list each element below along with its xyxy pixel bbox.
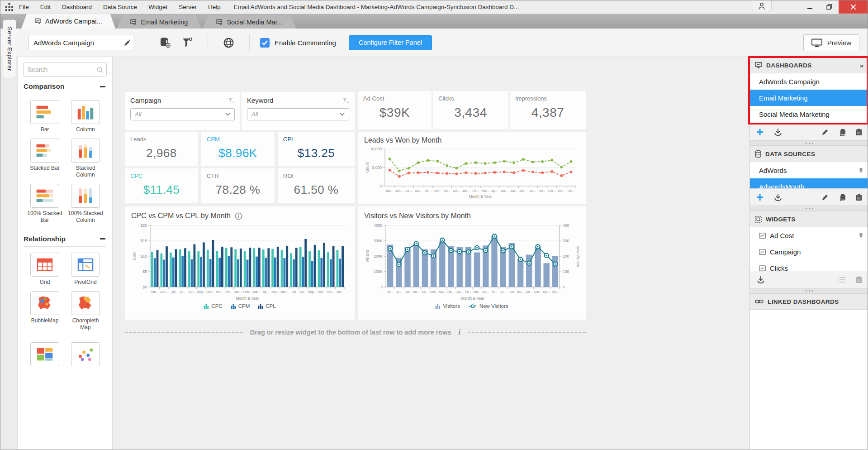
kpi-card-impressions[interactable]: Impressions4,387	[510, 91, 586, 129]
bar-widget-icon[interactable]	[30, 100, 59, 124]
kpi-card-cpc[interactable]: CPC$11.45	[125, 168, 198, 203]
filter-icon[interactable]	[182, 38, 193, 48]
palette-item-choropleth-map[interactable]: Choropleth Map	[66, 291, 105, 330]
add-icon[interactable]: +	[756, 193, 764, 202]
panel-splitter[interactable]	[750, 288, 868, 293]
menu-file[interactable]: File	[19, 4, 29, 10]
panel-splitter[interactable]	[750, 140, 868, 146]
palette-item-partial[interactable]	[25, 342, 65, 366]
datasource-add-icon[interactable]	[159, 37, 171, 48]
palette-item-stacked-bar[interactable]: Stacked Bar	[25, 139, 65, 178]
scatter-icon[interactable]	[71, 342, 100, 366]
palette-item-stacked-column[interactable]: Stacked Column	[66, 139, 105, 178]
kpi-card-clicks[interactable]: Clicks3,434	[433, 91, 508, 129]
list-item-ad-cost[interactable]: Ad Cost	[750, 227, 868, 244]
kpi-card-roi[interactable]: ROI61.50 %	[278, 168, 355, 203]
palette-item-column[interactable]: Column	[66, 100, 105, 133]
server-explorer-tab[interactable]: Server Explorer	[3, 19, 16, 78]
add-icon[interactable]: +	[756, 128, 764, 137]
close-button[interactable]	[839, 0, 868, 14]
stacked-bar-widget-icon[interactable]	[30, 139, 59, 163]
palette-item-grid[interactable]: Grid	[25, 253, 65, 285]
restore-button[interactable]	[820, 0, 839, 14]
kpi-card-ctr[interactable]: CTR78.28 %	[201, 168, 275, 203]
globe-icon[interactable]	[223, 37, 234, 48]
choropleth-map-widget-icon[interactable]	[71, 291, 100, 315]
column-widget-icon[interactable]	[71, 100, 100, 124]
kpi-card-leads[interactable]: Leads2,968	[125, 132, 198, 166]
download-icon[interactable]	[773, 128, 783, 136]
user-icon[interactable]	[752, 0, 772, 12]
info-icon[interactable]	[235, 212, 242, 220]
dashboard-name-input[interactable]	[29, 39, 136, 47]
list-item-social-media-marketing[interactable]: Social Media Marketing	[750, 106, 868, 122]
bubblemap-widget-icon[interactable]	[30, 291, 59, 315]
treemap-icon[interactable]	[30, 342, 59, 366]
download-icon[interactable]	[756, 276, 765, 284]
list-item-campaign[interactable]: Campaign	[750, 244, 868, 260]
panel-splitter[interactable]	[750, 206, 868, 211]
chart-widget-visitors[interactable]: Visitors vs New Visitors by Month 0100K2…	[358, 206, 586, 320]
palette-item-pivotgrid[interactable]: PivotGrid	[66, 253, 105, 285]
kpi-card-cpm[interactable]: CPM$8.96K	[201, 132, 275, 166]
edit-icon[interactable]	[822, 194, 829, 201]
collapse-icon[interactable]	[100, 86, 105, 87]
menu-help[interactable]: Help	[208, 4, 221, 10]
list-item-adwordsmonth[interactable]: AdwordsMonth	[750, 178, 868, 188]
copy-icon[interactable]	[839, 194, 846, 201]
clear-filter-icon[interactable]	[342, 97, 349, 104]
apps-grid-icon[interactable]	[5, 3, 13, 11]
menu-server[interactable]: Server	[179, 4, 197, 10]
enable-commenting-checkbox[interactable]	[260, 38, 270, 48]
legend-item-new-visitors[interactable]: New Visitors	[468, 303, 508, 309]
delete-icon[interactable]	[856, 194, 862, 201]
list-item-adwords[interactable]: AdWords	[750, 162, 868, 178]
download-icon[interactable]	[773, 193, 783, 201]
palette-item-100-stacked-column[interactable]: 100% Stacked Column	[66, 184, 105, 223]
tab-email-marketing[interactable]: Email Marketing	[117, 15, 201, 29]
palette-item-partial[interactable]	[66, 342, 105, 366]
widget-palette-scroll[interactable]: ComparisonBarColumnStacked BarStacked Co…	[18, 57, 112, 366]
list-item-email-marketing[interactable]: Email Marketing	[750, 90, 868, 106]
edit-icon[interactable]	[822, 129, 829, 135]
keyword-dropdown[interactable]: All	[247, 108, 349, 120]
collapse-icon[interactable]	[100, 238, 105, 239]
stacked-column-widget-icon[interactable]	[71, 139, 100, 163]
copy-icon[interactable]	[839, 129, 846, 136]
kpi-card-ad-cost[interactable]: Ad Cost$39K	[358, 91, 432, 129]
chart-widget-cpc-cpm-cpl[interactable]: CPC vs CPM vs CPL by Month $0$5$10$15$20…	[125, 206, 355, 320]
chevrons-right-icon[interactable]: »	[860, 62, 863, 69]
menu-data-source[interactable]: Data Source	[103, 4, 137, 10]
pivotgrid-widget-icon[interactable]	[71, 253, 100, 277]
kpi-card-cpl[interactable]: CPL$13.25	[278, 132, 355, 166]
delete-icon[interactable]	[856, 129, 862, 136]
clear-filter-icon[interactable]	[228, 97, 235, 104]
svg-text:Jun...: Jun...	[395, 189, 403, 193]
preview-button[interactable]: Preview	[803, 34, 859, 51]
list-item-clicks[interactable]: Clicks	[750, 260, 868, 271]
100-stacked-column-widget-icon[interactable]	[71, 184, 100, 208]
chart-widget-leads-vs-won[interactable]: Leads vs Won by Month 05,00010,000Ma...J…	[358, 132, 586, 204]
configure-filter-panel-button[interactable]: Configure Filter Panel	[349, 35, 432, 50]
tab-social-media-mar[interactable]: Social Media Mar...	[203, 15, 296, 29]
edit-pencil-icon[interactable]	[124, 39, 130, 46]
legend-item-cpc[interactable]: CPC	[204, 303, 222, 309]
menu-widget[interactable]: Widget	[148, 4, 167, 10]
100-stacked-bar-widget-icon[interactable]	[30, 184, 59, 208]
grid-widget-icon[interactable]	[30, 253, 59, 277]
legend-item-cpm[interactable]: CPM	[231, 303, 250, 309]
menu-edit[interactable]: Edit	[40, 4, 51, 10]
palette-item-bubblemap[interactable]: BubbleMap	[25, 291, 65, 330]
legend-item-cpl[interactable]: CPL	[258, 303, 275, 309]
tab-adwords-campai[interactable]: AdWords Campai...	[21, 14, 115, 29]
campaign-dropdown[interactable]: All	[130, 108, 235, 120]
filter-widget-keyword[interactable]: KeywordAll	[242, 92, 355, 130]
list-item-adwords-campaign[interactable]: AdWords Campaign	[750, 73, 868, 90]
filter-widget-campaign[interactable]: CampaignAll	[125, 92, 240, 130]
minimize-button[interactable]	[801, 0, 820, 14]
menu-dashboard[interactable]: Dashboard	[62, 4, 92, 10]
palette-item-bar[interactable]: Bar	[25, 100, 65, 133]
palette-item-100-stacked-bar[interactable]: 100% Stacked Bar	[25, 184, 65, 223]
info-italic-icon[interactable]: i	[459, 328, 461, 337]
legend-item-visitors[interactable]: Visitors	[435, 303, 460, 309]
